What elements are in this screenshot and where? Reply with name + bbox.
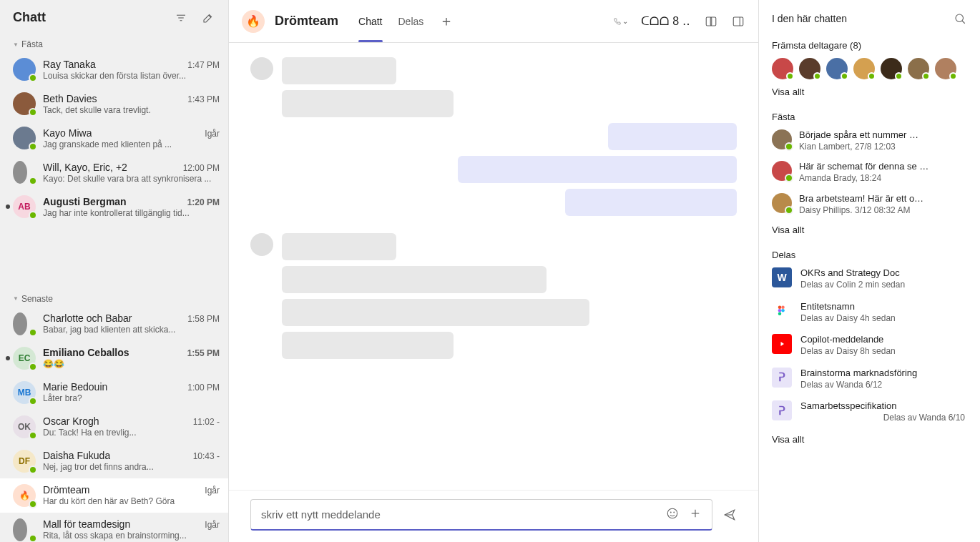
participants-button[interactable]: ᑕᗝᗝ 8 ‥ — [641, 14, 691, 28]
pinned-message[interactable]: Här är schemat för denna se …Amanda Brad… — [772, 161, 967, 184]
chat-name: Kayo Miwa — [43, 127, 92, 139]
chat-time: 1:58 PM — [187, 314, 220, 324]
chat-time: 11:02 ‑ — [193, 417, 220, 427]
chat-list-item[interactable]: Beth Davies1:43 PMTack, det skulle vara … — [0, 87, 228, 121]
participant-avatar[interactable] — [799, 58, 820, 79]
message-bubble[interactable] — [282, 299, 589, 326]
chat-time: 1:47 PM — [187, 60, 220, 70]
chevron-down-icon: ▼ — [13, 295, 19, 302]
chat-list-item[interactable]: ABAugusti Bergman1:20 PMJag har inte kon… — [0, 189, 228, 224]
emoji-icon[interactable] — [666, 507, 679, 522]
chat-list-item[interactable]: Kayo MiwaIgårJag granskade med klienten … — [0, 121, 228, 155]
chat-preview: Du: Tack! Ha en trevlig... — [43, 428, 220, 438]
shared-title: Entitetsnamn — [800, 301, 896, 313]
shared-title: Copilot-meddelande — [800, 334, 896, 346]
chat-time: 1:43 PM — [187, 94, 220, 104]
svg-point-16 — [781, 305, 785, 309]
message-bubble[interactable] — [282, 266, 547, 293]
chat-list-item[interactable]: Mall för teamdesignIgårRita, låt oss ska… — [0, 513, 228, 543]
message-bubble[interactable] — [458, 156, 737, 183]
svg-point-18 — [781, 309, 785, 312]
avatar: MB — [13, 381, 36, 404]
avatar — [13, 127, 36, 149]
file-icon: W — [772, 267, 792, 287]
composer-area: skriv ett nytt meddelande — [229, 490, 758, 542]
filter-icon[interactable] — [174, 11, 188, 25]
tab-chat[interactable]: Chatt — [358, 0, 382, 42]
show-all-participants[interactable]: Visa allt — [772, 87, 967, 97]
participant-avatar[interactable] — [772, 58, 793, 79]
shared-file[interactable]: Copilot-meddelandeDelas av Daisy 8h seda… — [772, 334, 967, 357]
section-pinned[interactable]: ▼ Fästa — [0, 34, 228, 52]
chat-list-item[interactable]: MBMarie Bedouin1:00 PMLåter bra? — [0, 375, 228, 410]
chat-list-item[interactable]: Will, Kayo, Eric, +212:00 PMKayo: Det sk… — [0, 155, 228, 189]
panel-open-icon[interactable] — [731, 14, 745, 29]
pinned-message[interactable]: Bra arbetsteam! Här är ett o…Daisy Phill… — [772, 193, 967, 216]
send-button[interactable] — [722, 508, 737, 522]
chat-list-item[interactable]: Ray Tanaka1:47 PMLouisa skickar den förs… — [0, 52, 228, 87]
show-all-pinned[interactable]: Visa allt — [772, 225, 967, 235]
participant-avatar[interactable] — [826, 58, 848, 79]
copilot-icon[interactable] — [704, 14, 718, 29]
chat-list-item[interactable]: ECEmiliano Ceballos1:55 PM😂😂 — [0, 341, 228, 375]
message-bubble[interactable] — [282, 332, 454, 359]
participant-avatar[interactable] — [908, 58, 929, 79]
message-bubble[interactable] — [282, 90, 454, 117]
show-all-shared[interactable]: Visa allt — [772, 434, 967, 445]
chat-list-item[interactable]: 🔥DrömteamIgårHar du kört den här av Beth… — [0, 478, 228, 513]
tab-shared[interactable]: Delas — [398, 0, 424, 42]
avatar: 🔥 — [13, 484, 36, 507]
message-bubble[interactable] — [282, 57, 396, 84]
shared-file[interactable]: EntitetsnamnDelas av Daisy 4h sedan — [772, 301, 967, 324]
chat-preview: Kayo: Det skulle vara bra att synkronise… — [43, 174, 220, 184]
chat-list-item[interactable]: OKOscar Krogh11:02 ‑Du: Tack! Ha en trev… — [0, 410, 228, 444]
chat-header: 🔥 Drömteam Chatt Delas ＋ ⌄ ᑕᗝᗝ 8 ‥ — [229, 0, 758, 43]
search-icon[interactable] — [953, 11, 967, 26]
chat-list-item[interactable]: DFDaisha Fukuda10:43 ‑Nej, jag tror det … — [0, 444, 228, 478]
message-bubble[interactable] — [565, 189, 737, 216]
participant-avatar[interactable] — [853, 58, 875, 79]
chat-main: 🔥 Drömteam Chatt Delas ＋ ⌄ ᑕᗝᗝ 8 ‥ — [229, 0, 758, 542]
file-icon: ᕈ — [772, 368, 792, 388]
chat-preview: Låter bra? — [43, 393, 220, 403]
messages-area[interactable] — [229, 43, 758, 490]
shared-file[interactable]: ᕈSamarbetsspecifikationDelas av Wanda 6/… — [772, 400, 967, 423]
pinned-heading: Fästa — [772, 112, 967, 122]
chevron-down-icon: ▼ — [13, 41, 19, 48]
svg-point-15 — [778, 305, 782, 309]
pinned-message[interactable]: Började spåra ett nummer …Kian Lambert, … — [772, 129, 967, 152]
pinned-meta: Kian Lambert, 27/8 12:03 — [799, 142, 918, 153]
call-icon[interactable]: ⌄ — [614, 14, 628, 29]
chat-list-sidebar: Chatt ▼ Fästa Ray Tanaka1:47 PMLouisa sk… — [0, 0, 229, 542]
chat-name: Drömteam — [43, 484, 89, 496]
participant-avatar[interactable] — [881, 58, 902, 79]
add-icon[interactable] — [689, 507, 702, 522]
avatar — [13, 312, 36, 335]
chat-list-item[interactable]: Charlotte och Babar1:58 PMBabar, jag bad… — [0, 307, 228, 341]
chat-time: 10:43 ‑ — [193, 451, 220, 461]
shared-meta: Delas av Colin 2 min sedan — [800, 280, 905, 291]
chat-name: Charlotte och Babar — [43, 312, 132, 324]
message-bubble[interactable] — [282, 233, 396, 260]
section-recent[interactable]: ▼ Senaste — [0, 288, 228, 307]
svg-point-17 — [778, 309, 782, 312]
svg-point-19 — [778, 312, 782, 315]
chat-time: 1:55 PM — [187, 348, 220, 358]
compose-icon[interactable] — [201, 11, 215, 25]
add-tab-button[interactable]: ＋ — [439, 11, 454, 31]
svg-point-9 — [674, 512, 675, 513]
shared-file[interactable]: ᕈBrainstorma marknadsföringDelas av Wand… — [772, 368, 967, 390]
chat-preview: Jag har inte kontrollerat tillgänglig ti… — [43, 208, 220, 218]
chat-time: 12:00 PM — [183, 163, 220, 173]
message-input[interactable]: skriv ett nytt meddelande — [250, 499, 712, 531]
avatar — [13, 92, 36, 115]
svg-point-8 — [670, 512, 671, 513]
recent-chat-list: Charlotte och Babar1:58 PMBabar, jag bad… — [0, 307, 228, 543]
shared-heading: Delas — [772, 250, 967, 260]
message-bubble[interactable] — [608, 123, 737, 150]
participant-avatar[interactable] — [935, 58, 956, 79]
chat-time: Igår — [205, 520, 220, 530]
chat-name: Augusti Bergman — [43, 196, 127, 207]
shared-file[interactable]: WOKRs and Strategy DocDelas av Colin 2 m… — [772, 267, 967, 290]
svg-point-13 — [956, 14, 964, 22]
